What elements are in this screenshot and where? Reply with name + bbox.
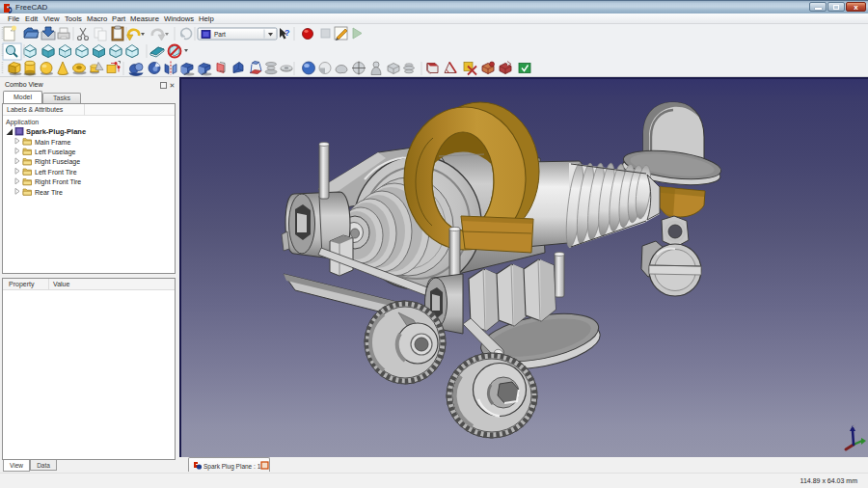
- svg-text:?: ?: [285, 28, 290, 38]
- svg-text:Rear Tire: Rear Tire: [35, 189, 63, 196]
- svg-text:Right Front Tire: Right Front Tire: [35, 178, 81, 186]
- svg-text:Spark-Plug-Plane: Spark-Plug-Plane: [26, 127, 86, 136]
- svg-text:Spark Plug Plane : 1: Spark Plug Plane : 1: [203, 463, 261, 471]
- svg-text:Left Fuselage: Left Fuselage: [35, 149, 76, 156]
- svg-text:Main Frame: Main Frame: [35, 139, 70, 146]
- svg-text:Part: Part: [214, 31, 226, 38]
- svg-text:Right Fuselage: Right Fuselage: [35, 158, 80, 166]
- svg-text:Left Front Tire: Left Front Tire: [35, 169, 77, 176]
